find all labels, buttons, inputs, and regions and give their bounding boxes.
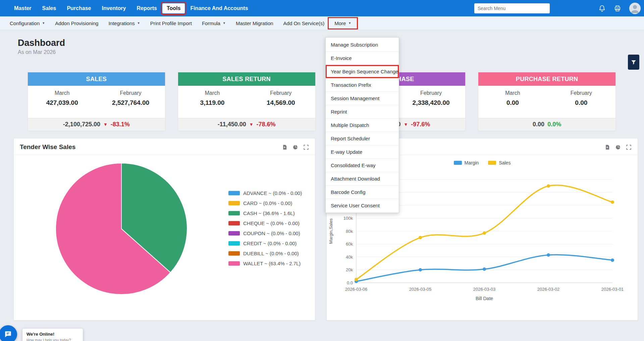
topnav-menu: MasterSalesPurchaseInventoryReportsTools… xyxy=(9,3,254,14)
more-menu-item-report-scheduler[interactable]: Report Scheduler xyxy=(326,132,399,145)
kpi-delta-strip: -2,100,725.00▼-83.1% xyxy=(28,118,165,131)
data-point-sales[interactable] xyxy=(483,231,486,235)
legend-item-cash: CASH ~ (36.6% - 1.6L) xyxy=(228,210,302,216)
more-menu-item-e-invoice[interactable]: E-Invoice xyxy=(326,51,399,65)
more-menu-item-reprint[interactable]: Reprint xyxy=(326,105,399,118)
topnav-item-finance-and-accounts[interactable]: Finance And Accounts xyxy=(185,3,253,14)
data-point-sales[interactable] xyxy=(355,278,358,281)
tender-wise-sales-panel: Tender Wise Sales ADVANCE ~ (0.0% - 0.00… xyxy=(13,138,315,321)
more-menu-item-session-management[interactable]: Session Management xyxy=(326,91,399,105)
trend-down-icon: ▼ xyxy=(404,122,408,127)
kpi-delta-value: -11,450.00 xyxy=(218,121,246,128)
kpi-delta-value: -2,100,725.00 xyxy=(63,121,100,128)
chat-status-card[interactable]: We're Online! How may I help you today? xyxy=(22,329,83,341)
legend-swatch xyxy=(228,231,240,235)
chat-status-text: We're Online! xyxy=(26,332,79,337)
subnav-item-label: More xyxy=(334,20,346,26)
data-point-margin[interactable] xyxy=(547,253,550,257)
subnav-item-addon-provisioning[interactable]: Addon Provisioning xyxy=(50,19,103,28)
trend-down-icon: ▼ xyxy=(249,122,254,127)
chevron-down-icon: ▼ xyxy=(348,22,351,25)
more-menu-item-service-user-consent[interactable]: Service User Consent xyxy=(326,199,399,212)
subnav-menu: Configuration▼Addon ProvisioningIntegrat… xyxy=(5,19,356,28)
topnav-item-tools[interactable]: Tools xyxy=(162,3,185,13)
legend-item-sales: Sales xyxy=(488,160,511,165)
topnav-item-inventory[interactable]: Inventory xyxy=(96,3,131,14)
more-menu-item-manage-subscription[interactable]: Manage Subscription xyxy=(326,38,399,51)
topnav-item-reports[interactable]: Reports xyxy=(131,3,162,14)
legend-label: WALLET ~ (63.4% - 2.7L) xyxy=(243,261,301,266)
print-icon[interactable] xyxy=(614,5,621,12)
data-point-sales[interactable] xyxy=(611,200,614,204)
chevron-down-icon: ▼ xyxy=(42,22,45,25)
more-menu-item-transaction-prefix[interactable]: Transaction Prefix xyxy=(326,78,399,91)
legend-swatch xyxy=(228,241,240,246)
y-tick-label: 60k xyxy=(346,242,353,247)
kpi-month-value: 2,527,764.00 xyxy=(96,99,165,107)
kpi-delta-percent: 0.0% xyxy=(547,121,561,128)
x-tick-label: 2026-03-01 xyxy=(601,287,624,292)
more-menu-item-e-way-update[interactable]: E-way Update xyxy=(326,145,399,158)
kpi-month-label: March xyxy=(478,90,547,96)
kpi-card-title: PURCHASE RETURN xyxy=(478,72,615,86)
download-chart-icon[interactable] xyxy=(604,144,610,150)
kpi-delta-percent: -83.1% xyxy=(111,121,130,128)
subnav-item-label: Addon Provisioning xyxy=(55,20,98,26)
legend-swatch xyxy=(228,191,240,195)
subnav-item-print-profile-import[interactable]: Print Profile Import xyxy=(145,19,197,28)
kpi-card-title: SALES xyxy=(28,72,165,86)
legend-item-coupon: COUPON ~ (0.0% - 0.00) xyxy=(228,230,302,236)
kpi-month-value: 3,119.00 xyxy=(178,99,247,107)
legend-label: Margin xyxy=(465,160,479,165)
legend-swatch xyxy=(228,201,240,205)
chevron-down-icon: ▼ xyxy=(137,22,140,25)
data-point-margin[interactable] xyxy=(483,268,486,271)
chat-bubble-icon xyxy=(4,330,12,339)
data-point-sales[interactable] xyxy=(419,236,422,239)
data-point-sales[interactable] xyxy=(547,184,550,188)
subnav-item-configuration[interactable]: Configuration▼ xyxy=(5,19,50,28)
download-chart-icon[interactable] xyxy=(282,144,287,150)
filter-button[interactable] xyxy=(628,55,639,70)
kpi-month-value: 0.00 xyxy=(478,99,547,107)
legend-swatch xyxy=(228,251,240,256)
subnav-item-more[interactable]: More▼Manage SubscriptionE-InvoiceYear Be… xyxy=(329,19,356,28)
data-point-margin[interactable] xyxy=(419,268,422,272)
chat-launcher[interactable] xyxy=(0,325,17,341)
more-menu-item-consolidated-e-way[interactable]: Consolidated E-way xyxy=(326,158,399,172)
x-tick-label: 2026-03-05 xyxy=(409,287,432,292)
topnav-item-master[interactable]: Master xyxy=(9,3,37,14)
topnav-item-purchase[interactable]: Purchase xyxy=(61,3,96,14)
pie-mode-icon[interactable] xyxy=(292,144,298,150)
kpi-month-column: February14,569.00 xyxy=(247,86,315,118)
legend-label: ADVANCE ~ (0.0% - 0.00) xyxy=(243,190,302,196)
legend-label: Sales xyxy=(499,160,511,165)
legend-swatch xyxy=(228,261,240,266)
topnav-item-sales[interactable]: Sales xyxy=(37,3,62,14)
data-point-margin[interactable] xyxy=(611,259,614,262)
pie-mode-icon[interactable] xyxy=(615,144,621,150)
search-input[interactable] xyxy=(474,3,550,13)
notifications-bell-icon[interactable] xyxy=(598,5,606,12)
y-axis-title: Margin,Sales xyxy=(328,218,333,244)
user-avatar[interactable] xyxy=(629,3,641,14)
subnav-item-master-migration[interactable]: Master Migration xyxy=(231,19,278,28)
x-axis-title: Bill Date xyxy=(476,296,493,301)
more-menu-item-year-begin-sequence-change[interactable]: Year Begin Sequence Change xyxy=(326,65,399,78)
kpi-month-label: February xyxy=(397,90,465,96)
more-menu-item-barcode-config[interactable]: Barcode Config xyxy=(326,185,399,199)
subnav-item-add-on-service-s[interactable]: Add On Service(s) xyxy=(278,19,330,28)
legend-item-duebill: DUEBILL ~ (0.0% - 0.00) xyxy=(228,251,302,256)
fullscreen-icon[interactable] xyxy=(303,144,309,150)
legend-swatch xyxy=(228,221,240,225)
subnav-item-label: Integrations xyxy=(108,20,135,26)
topnav-icons xyxy=(598,3,641,14)
subnav-item-integrations[interactable]: Integrations▼ xyxy=(103,19,145,28)
legend-label: CREDIT ~ (0.0% - 0.00) xyxy=(243,241,297,246)
chevron-down-icon: ▼ xyxy=(223,22,226,25)
kpi-month-column: February2,338,420.00 xyxy=(397,86,465,118)
more-menu-item-attachment-download[interactable]: Attachment Download xyxy=(326,172,399,185)
fullscreen-icon[interactable] xyxy=(626,144,632,150)
more-menu-item-multiple-dispatch[interactable]: Multiple Dispatch xyxy=(326,118,399,132)
subnav-item-formula[interactable]: Formula▼ xyxy=(197,19,231,28)
